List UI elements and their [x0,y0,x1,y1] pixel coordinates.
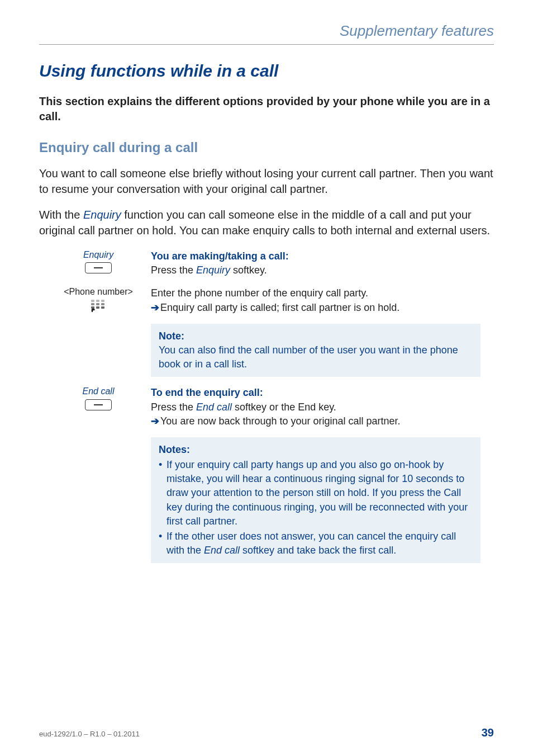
step-row-note1: Note: You can also find the call number … [56,324,480,377]
bullet-icon: • [159,458,166,472]
note2-li2-b: softkey and take back the first call. [240,545,396,556]
note2-li1-text: If your enquiry call party hangs up and … [166,458,473,528]
step3-line1-a: Press the [151,401,196,413]
step-row-enquiry: Enquiry You are making/taking a call: Pr… [56,249,480,277]
svg-rect-8 [101,306,104,309]
footer-page-number: 39 [482,726,494,739]
arrow-icon: ➔ [151,415,159,427]
step-left-label-end-call: End call [56,386,141,396]
step-right-end-call: To end the enquiry call: Press the End c… [151,386,480,428]
page-footer: eud-1292/1.0 – R1.0 – 01.2011 39 [39,726,494,739]
keypad-icon [90,300,107,314]
note-box-1: Note: You can also find the call number … [151,324,480,377]
footer-doc-id: eud-1292/1.0 – R1.0 – 01.2011 [39,730,140,738]
step-left-end-call: End call [56,386,151,410]
svg-rect-1 [96,300,99,302]
softkey-icon [85,399,112,410]
step1-line-b: softkey. [230,264,267,276]
step2-line1: Enter the phone number of the enquiry ca… [151,287,368,299]
paragraph-2: With the Enquiry function you can call s… [39,207,494,238]
step-left-label-phone-number: <Phone number> [56,286,141,297]
note-box-2: Notes: • If your enquiry call party hang… [151,437,480,564]
page-header: Supplementary features [39,22,494,45]
step-left-label-enquiry: Enquiry [56,249,141,260]
bullet-icon: • [159,530,166,544]
subsection-title: Enquiry call during a call [39,140,494,155]
step-row-end-call: End call To end the enquiry call: Press … [56,386,480,428]
step-row-note2: Notes: • If your enquiry call party hang… [56,437,480,564]
svg-rect-2 [101,300,104,302]
note2-item-1: • If your enquiry call party hangs up an… [159,458,473,528]
section-intro: This section explains the different opti… [39,94,494,124]
step3-line2: You are now back through to your origina… [160,415,401,427]
note1-label: Note: [159,329,473,343]
steps-container: Enquiry You are making/taking a call: Pr… [56,249,480,563]
step1-line-a: Press the [151,264,196,276]
note2-item-2: • If the other user does not answer, you… [159,530,473,557]
softkey-icon [85,262,112,273]
step3-line1-b: softkey or the End key. [232,401,336,413]
para2-term: Enquiry [83,209,121,221]
note2-li2-text: If the other user does not answer, you c… [166,530,473,557]
svg-rect-4 [96,303,99,305]
note2-label: Notes: [159,443,473,457]
step2-line2: Enquiry call party is called; first call… [160,302,399,313]
svg-rect-5 [101,303,104,305]
step3-title: To end the enquiry call: [151,387,263,398]
note1-text: You can also find the call number of the… [159,344,458,370]
paragraph-1: You want to call someone else briefly wi… [39,166,494,197]
note2-li2-term: End call [204,545,240,556]
step-right-enquiry: You are making/taking a call: Press the … [151,249,480,277]
svg-rect-7 [96,306,99,309]
svg-rect-6 [91,306,94,309]
step-left-enquiry: Enquiry [56,249,151,273]
step-right-note2: Notes: • If your enquiry call party hang… [151,437,480,564]
svg-rect-3 [91,303,94,305]
section-title: Using functions while in a call [39,62,494,81]
step-right-note1: Note: You can also find the call number … [151,324,480,377]
para2-a: With the [39,209,83,221]
header-title: Supplementary features [39,22,494,40]
step1-line-term: Enquiry [196,264,230,276]
softkey-dash-icon [94,404,103,405]
step-row-phone-number: <Phone number> [56,286,480,314]
page: Supplementary features Using functions w… [0,0,533,756]
step3-line1-term: End call [196,401,232,413]
svg-rect-0 [91,300,94,302]
step-right-phone-number: Enter the phone number of the enquiry ca… [151,286,480,314]
step-left-phone-number: <Phone number> [56,286,151,314]
arrow-icon: ➔ [151,302,159,313]
step1-title: You are making/taking a call: [151,251,289,262]
softkey-dash-icon [94,267,103,268]
